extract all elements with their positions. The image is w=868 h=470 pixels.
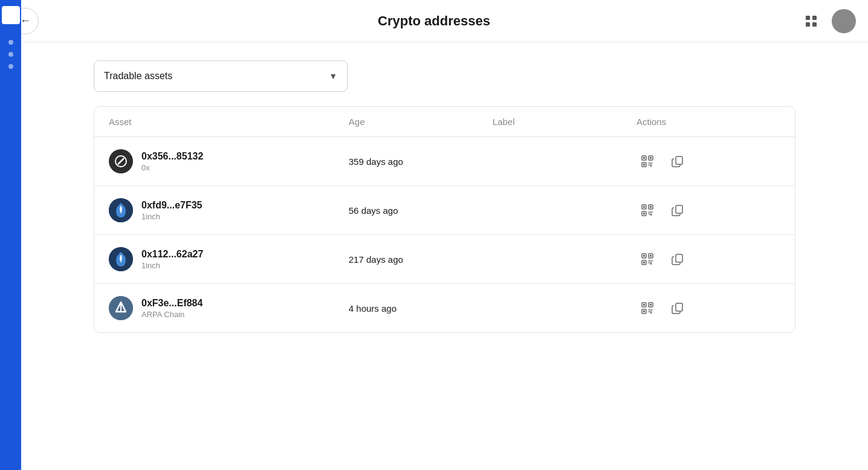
- svg-rect-15: [649, 164, 650, 166]
- asset-name-4: ARPA Chain: [141, 310, 202, 319]
- grid-icon-button[interactable]: [798, 8, 824, 34]
- header-center: Crypto addresses: [378, 13, 490, 29]
- col-header-actions: Actions: [636, 117, 780, 127]
- svg-rect-44: [676, 254, 682, 262]
- svg-rect-41: [649, 262, 650, 263]
- header-right: [798, 8, 856, 34]
- copy-icon-1: [672, 155, 684, 167]
- chevron-down-icon: ▼: [329, 71, 337, 81]
- asset-address-1: 0x356...85132: [141, 151, 203, 162]
- copy-icon-3: [672, 253, 684, 265]
- age-cell-2: 56 days ago: [349, 205, 493, 216]
- svg-rect-57: [650, 311, 652, 314]
- svg-rect-38: [643, 262, 645, 263]
- svg-rect-23: [650, 206, 652, 208]
- header: ← Crypto addresses: [0, 0, 868, 42]
- actions-cell-4: [636, 297, 780, 319]
- asset-cell-3: 0x112...62a27 1inch: [109, 247, 349, 271]
- svg-rect-54: [649, 309, 650, 311]
- svg-rect-12: [643, 164, 645, 166]
- svg-rect-56: [649, 311, 650, 312]
- copy-button-2[interactable]: [667, 199, 688, 221]
- svg-rect-0: [806, 16, 810, 20]
- svg-rect-3: [812, 22, 817, 27]
- asset-address-3: 0x112...62a27: [141, 249, 203, 260]
- copy-icon-2: [672, 204, 684, 216]
- svg-rect-27: [650, 211, 652, 213]
- qr-icon-4: [641, 301, 654, 315]
- svg-rect-14: [650, 163, 652, 164]
- table-row[interactable]: 0x112...62a27 1inch 217 days ago: [94, 235, 795, 284]
- copy-button-4[interactable]: [667, 297, 688, 319]
- col-header-label: Label: [493, 117, 636, 127]
- grid-icon: [805, 14, 818, 28]
- svg-rect-16: [650, 164, 652, 167]
- asset-cell-2: 0xfd9...e7F35 1inch: [109, 198, 349, 222]
- svg-rect-43: [652, 260, 653, 262]
- sidebar-dot-1: [8, 40, 13, 45]
- page-title: Crypto addresses: [378, 13, 490, 28]
- qr-icon-1: [641, 155, 654, 168]
- svg-rect-1: [812, 16, 817, 20]
- sidebar-dot-3: [8, 64, 13, 69]
- copy-icon-4: [672, 302, 684, 314]
- asset-icon-3: [109, 247, 133, 271]
- asset-icon-1: [109, 149, 133, 173]
- svg-rect-53: [643, 311, 645, 312]
- svg-rect-34: [643, 255, 645, 257]
- asset-address-2: 0xfd9...e7F35: [141, 200, 202, 211]
- qr-code-button-3[interactable]: [636, 248, 658, 270]
- asset-cell-1: 0x356...85132 0x: [109, 149, 349, 173]
- sidebar-dot-2: [8, 52, 13, 57]
- table-header: Asset Age Label Actions: [94, 107, 795, 137]
- svg-rect-39: [649, 260, 650, 262]
- dropdown-container: Tradable assets ▼: [94, 60, 795, 92]
- table-row[interactable]: 0xfd9...e7F35 1inch 56 days ago: [94, 186, 795, 235]
- svg-rect-25: [643, 213, 645, 214]
- asset-icon-4: [109, 296, 133, 320]
- qr-code-button-1[interactable]: [636, 150, 658, 172]
- col-header-age: Age: [349, 117, 493, 127]
- asset-info-4: 0xF3e...Ef884 ARPA Chain: [141, 298, 202, 319]
- asset-icon-2: [109, 198, 133, 222]
- svg-rect-58: [652, 309, 653, 311]
- asset-address-4: 0xF3e...Ef884: [141, 298, 202, 309]
- svg-rect-21: [643, 206, 645, 208]
- qr-code-button-4[interactable]: [636, 297, 658, 319]
- asset-info-2: 0xfd9...e7F35 1inch: [141, 200, 202, 221]
- asset-info-1: 0x356...85132 0x: [141, 151, 203, 172]
- svg-rect-29: [650, 213, 652, 216]
- copy-button-1[interactable]: [667, 150, 688, 172]
- actions-cell-3: [636, 248, 780, 270]
- svg-rect-55: [650, 309, 652, 311]
- addresses-table: Asset Age Label Actions 0x356...85132 0x: [94, 106, 795, 333]
- main-content: Tradable assets ▼ Asset Age Label Action…: [21, 42, 868, 351]
- svg-rect-17: [652, 163, 653, 164]
- svg-rect-30: [652, 211, 653, 213]
- svg-rect-8: [643, 157, 645, 159]
- asset-filter-dropdown[interactable]: Tradable assets ▼: [94, 60, 348, 92]
- table-row[interactable]: 0x356...85132 0x 359 days ago: [94, 137, 795, 186]
- svg-rect-59: [676, 303, 682, 311]
- copy-button-3[interactable]: [667, 248, 688, 270]
- svg-rect-10: [650, 157, 652, 159]
- svg-rect-40: [650, 260, 652, 262]
- dropdown-label: Tradable assets: [104, 71, 172, 82]
- svg-rect-13: [649, 163, 650, 164]
- svg-rect-42: [650, 262, 652, 265]
- svg-rect-31: [676, 205, 682, 213]
- age-cell-3: 217 days ago: [349, 254, 493, 265]
- sidebar: [0, 0, 21, 470]
- svg-rect-49: [643, 304, 645, 306]
- qr-code-button-2[interactable]: [636, 199, 658, 221]
- actions-cell-1: [636, 150, 780, 172]
- avatar[interactable]: [832, 9, 856, 33]
- asset-cell-4: 0xF3e...Ef884 ARPA Chain: [109, 296, 349, 320]
- asset-info-3: 0x112...62a27 1inch: [141, 249, 203, 270]
- svg-rect-36: [650, 255, 652, 257]
- age-cell-4: 4 hours ago: [349, 303, 493, 314]
- asset-name-3: 1inch: [141, 261, 203, 270]
- svg-rect-26: [649, 211, 650, 213]
- table-row[interactable]: 0xF3e...Ef884 ARPA Chain 4 hours ago: [94, 284, 795, 332]
- asset-name-1: 0x: [141, 163, 203, 172]
